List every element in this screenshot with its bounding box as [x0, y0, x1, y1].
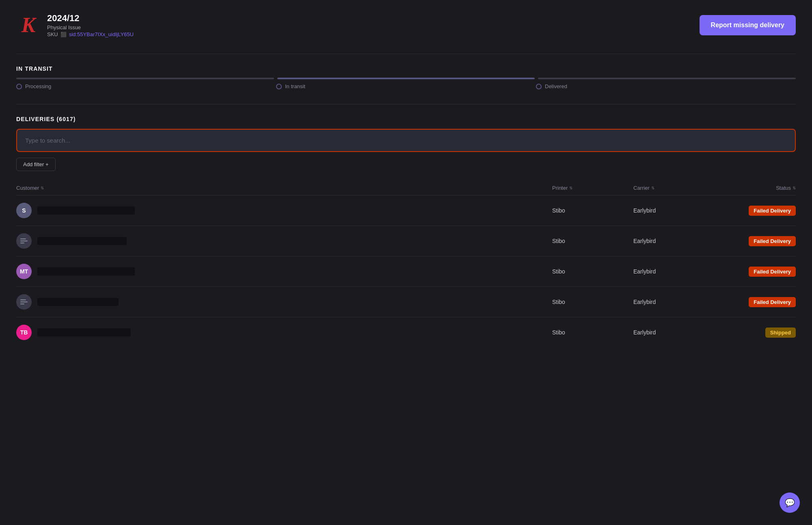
- stripe-line: [20, 239, 26, 239]
- status-badge: Shipped: [765, 328, 796, 338]
- table-header: Customer ⇅ Printer ⇅ Carrier ⇅ Status ⇅: [16, 181, 796, 195]
- step-label-transit: In transit: [285, 83, 305, 89]
- status-badge: Failed Delivery: [749, 267, 796, 277]
- avatar: [16, 233, 32, 249]
- printer-cell: Stibo: [552, 238, 633, 244]
- printer-cell: Stibo: [552, 207, 633, 214]
- customer-cell: [16, 233, 552, 249]
- header-left: K 2024/12 Physical Issue SKU ⬛ sid:55YBa…: [16, 13, 134, 37]
- carrier-cell: Earlybird: [633, 299, 715, 305]
- step-circle-processing: [16, 84, 22, 89]
- search-container: [16, 129, 796, 152]
- header-divider: [16, 54, 796, 54]
- sort-icon-customer: ⇅: [41, 186, 44, 190]
- printer-cell: Stibo: [552, 329, 633, 336]
- col-header-printer: Printer ⇅: [552, 185, 633, 191]
- logo: K: [16, 13, 41, 37]
- stripe-line: [20, 302, 28, 302]
- status-steps: Processing In transit Delivered: [16, 83, 796, 89]
- avatar: S: [16, 203, 32, 218]
- progress-segment-transit: [277, 78, 535, 79]
- status-cell: Failed Delivery: [715, 236, 796, 246]
- status-cell: Shipped: [715, 328, 796, 338]
- step-in-transit: In transit: [276, 83, 536, 89]
- header-info: 2024/12 Physical Issue SKU ⬛ sid:55YBar7…: [47, 13, 134, 37]
- table-row[interactable]: StiboEarlybirdFailed Delivery: [16, 287, 796, 317]
- customer-name-redacted: [37, 267, 135, 276]
- customer-cell: S: [16, 203, 552, 218]
- col-header-customer: Customer ⇅: [16, 185, 552, 191]
- deliveries-section: DELIVERIES (6017) Add filter + Customer …: [16, 116, 796, 347]
- sku-icon: ⬛: [60, 32, 67, 37]
- customer-name-redacted: [37, 237, 127, 245]
- printer-cell: Stibo: [552, 299, 633, 305]
- logo-letter: K: [22, 15, 36, 36]
- step-processing: Processing: [16, 83, 276, 89]
- progress-segment-processing: [16, 78, 274, 79]
- customer-name-redacted: [37, 328, 131, 336]
- step-circle-delivered: [536, 84, 542, 89]
- step-label-delivered: Delivered: [545, 83, 567, 89]
- sort-icon-printer: ⇅: [569, 186, 572, 190]
- printer-cell: Stibo: [552, 268, 633, 275]
- table-row[interactable]: MTStiboEarlybirdFailed Delivery: [16, 256, 796, 287]
- search-input[interactable]: [16, 129, 796, 152]
- add-filter-button[interactable]: Add filter +: [16, 158, 56, 171]
- chat-icon: 💬: [785, 498, 795, 508]
- status-cell: Failed Delivery: [715, 206, 796, 216]
- status-badge: Failed Delivery: [749, 236, 796, 246]
- col-header-status: Status ⇅: [715, 185, 796, 191]
- chat-button[interactable]: 💬: [780, 492, 800, 513]
- step-circle-transit: [276, 84, 282, 89]
- table-row[interactable]: TBStiboEarlybirdShipped: [16, 317, 796, 347]
- progress-segment-delivered: [538, 78, 796, 79]
- stripe-line: [20, 241, 28, 241]
- stripe-line: [20, 299, 26, 300]
- customer-cell: MT: [16, 264, 552, 279]
- status-cell: Failed Delivery: [715, 297, 796, 307]
- customer-cell: TB: [16, 325, 552, 340]
- customer-name-redacted: [37, 206, 135, 215]
- sort-icon-carrier: ⇅: [651, 186, 654, 190]
- stripe-line: [20, 243, 24, 243]
- report-missing-delivery-button[interactable]: Report missing delivery: [700, 15, 796, 35]
- status-title: IN TRANSIT: [16, 65, 796, 72]
- stripe-icon-lines: [20, 239, 28, 243]
- step-delivered: Delivered: [536, 83, 796, 89]
- carrier-cell: Earlybird: [633, 238, 715, 244]
- sku-label: SKU: [47, 31, 58, 37]
- col-header-carrier: Carrier ⇅: [633, 185, 715, 191]
- page-header: K 2024/12 Physical Issue SKU ⬛ sid:55YBa…: [16, 13, 796, 37]
- progress-bar: [16, 78, 796, 79]
- customer-name-redacted: [37, 298, 119, 306]
- status-section: IN TRANSIT Processing In transit Deliver…: [16, 65, 796, 89]
- table-body: SStiboEarlybirdFailed DeliveryStiboEarly…: [16, 195, 796, 347]
- header-sku: SKU ⬛ sid:55YBar7IXx_uidIjLY65U: [47, 31, 134, 37]
- stripe-icon-lines: [20, 299, 28, 304]
- avatar: [16, 294, 32, 310]
- status-badge: Failed Delivery: [749, 297, 796, 307]
- sort-icon-status: ⇅: [793, 186, 796, 190]
- carrier-cell: Earlybird: [633, 268, 715, 275]
- sku-value[interactable]: sid:55YBar7IXx_uidIjLY65U: [69, 31, 134, 37]
- step-label-processing: Processing: [25, 83, 51, 89]
- header-subtitle: Physical Issue: [47, 24, 134, 30]
- stripe-line: [20, 304, 24, 304]
- avatar: TB: [16, 325, 32, 340]
- carrier-cell: Earlybird: [633, 329, 715, 336]
- status-cell: Failed Delivery: [715, 267, 796, 277]
- table-row[interactable]: SStiboEarlybirdFailed Delivery: [16, 195, 796, 226]
- customer-cell: [16, 294, 552, 310]
- deliveries-title: DELIVERIES (6017): [16, 116, 796, 122]
- avatar: MT: [16, 264, 32, 279]
- section-divider: [16, 104, 796, 104]
- carrier-cell: Earlybird: [633, 207, 715, 214]
- table-row[interactable]: StiboEarlybirdFailed Delivery: [16, 226, 796, 256]
- status-badge: Failed Delivery: [749, 206, 796, 216]
- header-title: 2024/12: [47, 13, 134, 24]
